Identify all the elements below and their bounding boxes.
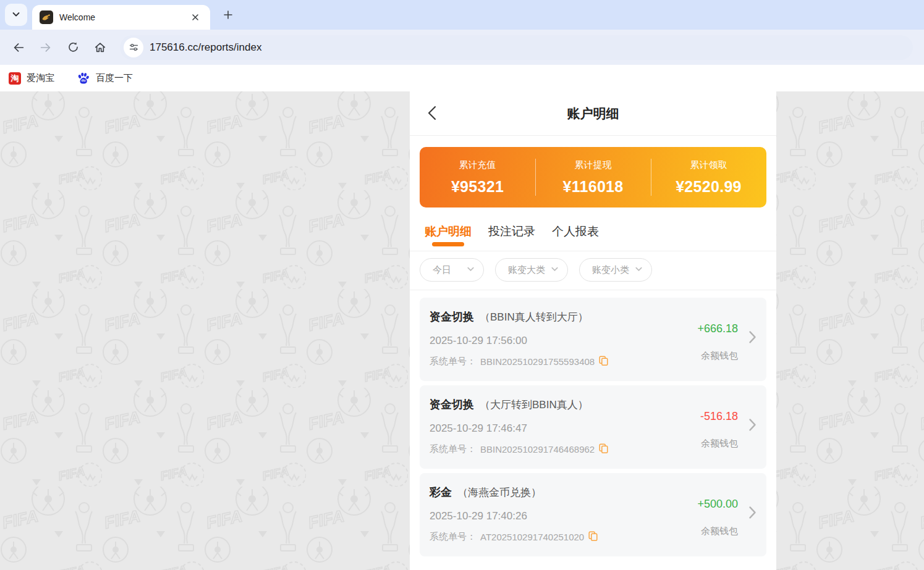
transaction-row[interactable]: 资金切换 （BBIN真人转到大厅） 2025-10-29 17:56:00 系统… <box>420 298 766 381</box>
browser-tab[interactable]: Welcome <box>32 5 210 30</box>
site-favicon-icon <box>40 10 53 24</box>
new-tab-button[interactable] <box>219 6 237 24</box>
wallet-label: 余额钱包 <box>701 438 738 450</box>
bookmark-label: 爱淘宝 <box>27 72 54 84</box>
filter-date-dropdown[interactable]: 今日 <box>420 258 484 282</box>
totals-card: 累计充值 ¥95321 累计提现 ¥116018 累计领取 ¥2520.99 <box>420 147 766 207</box>
order-label: 系统单号： <box>430 531 476 543</box>
transaction-row[interactable]: 资金切换 （大厅转到BBIN真人） 2025-10-29 17:46:47 系统… <box>420 385 766 469</box>
transaction-time: 2025-10-29 17:56:00 <box>430 335 670 347</box>
stat-total-withdraw: 累计提现 ¥116018 <box>535 147 651 207</box>
browser-window: Welcome 175616.cc/reports/index <box>0 0 924 91</box>
order-number: BBIN202510291746468962 <box>480 444 595 455</box>
filter-label: 账变小类 <box>592 264 629 276</box>
stat-total-deposit: 累计充值 ¥95321 <box>420 147 535 207</box>
transaction-type: 资金切换 <box>430 397 474 412</box>
transaction-amount: -516.18 <box>700 410 738 423</box>
filter-row: 今日 账变大类 账变小类 <box>410 251 776 290</box>
stat-label: 累计充值 <box>459 159 496 171</box>
transaction-detail: （海燕金币兑换） <box>457 485 541 500</box>
stat-value: ¥95321 <box>451 178 504 196</box>
copy-icon[interactable] <box>588 531 598 543</box>
url-text: 175616.cc/reports/index <box>150 41 261 54</box>
chevron-right-icon <box>748 505 757 521</box>
forward-button[interactable] <box>33 35 58 60</box>
page-viewport: FIFA FIFA 账户明细 累计充值 ¥95321 累计提现 ¥116018 <box>0 91 924 570</box>
transaction-amount: +666.18 <box>697 322 738 335</box>
bookmark-aitaobao[interactable]: 淘 爱淘宝 <box>9 72 54 85</box>
wallet-label: 余额钱包 <box>701 526 738 537</box>
stat-label: 累计领取 <box>690 159 727 171</box>
transaction-amount-block: +500.00 余额钱包 <box>670 485 738 556</box>
taobao-icon: 淘 <box>9 72 21 85</box>
page-title: 账户明细 <box>567 105 619 122</box>
filter-major-type-dropdown[interactable]: 账变大类 <box>495 258 568 282</box>
bookmarks-bar: 淘 爱淘宝 du 百度一下 <box>0 65 924 91</box>
transaction-amount-block: -516.18 余额钱包 <box>670 397 738 469</box>
transaction-time: 2025-10-29 17:46:47 <box>430 422 670 435</box>
filter-minor-type-dropdown[interactable]: 账变小类 <box>579 258 652 282</box>
transaction-amount-block: +666.18 余额钱包 <box>670 309 738 381</box>
report-tabs: 账户明细 投注记录 个人报表 <box>410 207 776 251</box>
tab-bet-records[interactable]: 投注记录 <box>488 224 535 251</box>
home-button[interactable] <box>88 35 112 60</box>
stat-value: ¥2520.99 <box>676 178 742 196</box>
reload-button[interactable] <box>61 35 85 60</box>
bookmark-baidu[interactable]: du 百度一下 <box>77 72 133 85</box>
site-settings-icon[interactable] <box>124 38 143 57</box>
transaction-list: 资金切换 （BBIN真人转到大厅） 2025-10-29 17:56:00 系统… <box>410 290 776 556</box>
bookmark-label: 百度一下 <box>96 72 133 84</box>
panel-header: 账户明细 <box>410 91 776 136</box>
chevron-right-icon <box>748 417 757 434</box>
account-detail-panel: 账户明细 累计充值 ¥95321 累计提现 ¥116018 累计领取 ¥2520… <box>410 91 776 570</box>
transaction-amount: +500.00 <box>697 498 738 511</box>
transaction-type: 彩金 <box>430 485 452 500</box>
address-bar[interactable]: 175616.cc/reports/index <box>120 35 913 60</box>
tab-search-button[interactable] <box>5 4 27 26</box>
transaction-detail: （BBIN真人转到大厅） <box>480 310 588 324</box>
tab-account-detail[interactable]: 账户明细 <box>425 224 472 251</box>
transaction-info: 彩金 （海燕金币兑换） 2025-10-29 17:40:26 系统单号： AT… <box>430 485 670 556</box>
transaction-row[interactable]: 彩金 （海燕金币兑换） 2025-10-29 17:40:26 系统单号： AT… <box>420 473 766 556</box>
order-label: 系统单号： <box>430 356 476 367</box>
tab-personal-report[interactable]: 个人报表 <box>552 224 599 251</box>
back-chevron-icon[interactable] <box>426 105 439 123</box>
order-number: BBIN202510291755593408 <box>480 356 595 367</box>
chevron-down-icon <box>634 264 643 275</box>
transaction-detail: （大厅转到BBIN真人） <box>480 398 588 412</box>
transaction-type: 资金切换 <box>430 309 474 324</box>
filter-label: 今日 <box>433 264 451 276</box>
order-number: AT202510291740251020 <box>480 532 584 542</box>
chevron-down-icon <box>466 264 475 275</box>
copy-icon[interactable] <box>599 443 608 455</box>
baidu-paw-icon: du <box>77 72 90 85</box>
stat-value: ¥116018 <box>562 178 623 196</box>
copy-icon[interactable] <box>599 356 608 367</box>
order-label: 系统单号： <box>430 443 476 455</box>
stat-total-claimed: 累计领取 ¥2520.99 <box>651 147 766 207</box>
svg-text:du: du <box>82 78 86 82</box>
wallet-label: 余额钱包 <box>701 350 738 362</box>
back-button[interactable] <box>6 35 31 60</box>
transaction-info: 资金切换 （BBIN真人转到大厅） 2025-10-29 17:56:00 系统… <box>430 309 670 381</box>
stat-label: 累计提现 <box>575 159 612 171</box>
chevron-down-icon <box>550 264 559 275</box>
tab-strip: Welcome <box>0 0 924 30</box>
transaction-info: 资金切换 （大厅转到BBIN真人） 2025-10-29 17:46:47 系统… <box>430 397 670 469</box>
filter-label: 账变大类 <box>508 264 545 276</box>
tab-close-icon[interactable] <box>188 10 203 25</box>
browser-toolbar: 175616.cc/reports/index <box>0 30 924 65</box>
chevron-right-icon <box>748 330 757 346</box>
transaction-time: 2025-10-29 17:40:26 <box>430 510 670 522</box>
chevron-down-icon <box>11 9 21 21</box>
tab-title: Welcome <box>59 12 182 22</box>
